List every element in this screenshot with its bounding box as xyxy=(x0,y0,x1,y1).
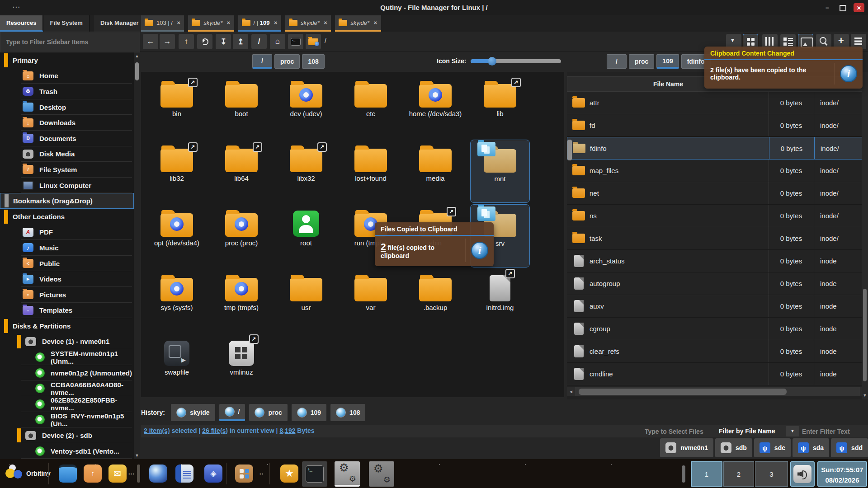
sidebar-section-primary[interactable]: Primary xyxy=(0,52,134,68)
app-grid-app-icon[interactable] xyxy=(235,465,253,483)
type-to-select-input[interactable] xyxy=(645,425,712,437)
sidebar-filter-input[interactable] xyxy=(0,32,140,52)
tab-0[interactable]: 103 | / xyxy=(141,15,184,32)
tab-3[interactable]: skyide* xyxy=(285,15,331,32)
viewer-3d-app-icon[interactable] xyxy=(204,465,222,483)
workspace-3[interactable]: 3 xyxy=(755,461,788,487)
device-button-nvme0n1[interactable]: nvme0n1 xyxy=(660,438,713,457)
sidebar-tab-resources[interactable]: Resources xyxy=(0,15,43,32)
slider-handle[interactable] xyxy=(488,57,496,66)
grid-item-proc-proc-[interactable]: proc (proc) xyxy=(212,204,271,267)
table-row-ns[interactable]: ns0 bytesinode/ xyxy=(567,205,868,227)
grid-item-dev-udev-[interactable]: dev (udev) xyxy=(276,75,336,138)
sidebar-item-file-system[interactable]: File System xyxy=(0,162,134,178)
folder-up-app-icon[interactable] xyxy=(84,465,102,483)
workspace-2[interactable]: 2 xyxy=(723,461,754,487)
left-crumb-108[interactable]: 108 xyxy=(302,54,324,69)
sidebar-item-public[interactable]: Public xyxy=(0,256,134,272)
window-button-terminal[interactable] xyxy=(302,461,327,487)
device-button-sda[interactable]: sda xyxy=(793,438,829,457)
grid-item-var[interactable]: var xyxy=(341,269,401,332)
chevron-down-icon[interactable] xyxy=(786,426,799,436)
right-crumb-[interactable]: / xyxy=(607,54,627,69)
browser-app-icon[interactable] xyxy=(149,465,167,483)
sidebar-item-device-2-sdb[interactable]: Device (2) - sdb xyxy=(0,427,134,443)
grid-item-libx32[interactable]: libx32 xyxy=(276,140,336,203)
grid-item-lib[interactable]: lib xyxy=(470,75,530,138)
up-button[interactable]: ↑ xyxy=(179,34,194,49)
grid-item-vmlinuz[interactable]: vmlinuz xyxy=(212,333,271,397)
grid-item-root[interactable]: root xyxy=(276,204,336,267)
grid-item-sys-sysfs-[interactable]: sys (sysfs) xyxy=(147,269,207,332)
window-button-gears[interactable] xyxy=(369,461,394,487)
vscrollbar-thumb[interactable] xyxy=(863,289,867,381)
grid-item-lib64[interactable]: lib64 xyxy=(212,140,271,203)
close-tab-icon[interactable] xyxy=(226,20,230,25)
icon-size-slider[interactable] xyxy=(471,59,561,63)
sidebar-item-system-nvme0n1p1-unm-[interactable]: SYSTEM-nvme0n1p1 (Unm... xyxy=(0,349,134,365)
device-button-sdc[interactable]: sdc xyxy=(754,438,791,457)
device-button-sdd[interactable]: sdd xyxy=(831,438,868,457)
clock[interactable]: Sun:07:55:07 08/02/2026 xyxy=(817,461,867,487)
minimize-icon[interactable] xyxy=(822,3,833,12)
history-button-[interactable]: / xyxy=(219,404,245,421)
workspace-1[interactable]: 1 xyxy=(691,461,722,487)
address-path[interactable]: / xyxy=(325,37,326,44)
table-row-cgroup[interactable]: cgroup0 bytesinode xyxy=(567,318,868,340)
history-button-108[interactable]: 108 xyxy=(330,404,365,421)
sidebar-tab-disk-manager[interactable]: Disk Manager xyxy=(94,15,146,32)
sidebar-item-bios-rvy-nvme0n1p5-un-[interactable]: BIOS_RVY-nvme0n1p5 (Un... xyxy=(0,412,134,428)
sidebar-item-nvme0n1p2-unmounted-[interactable]: nvme0n1p2 (Unmounted) xyxy=(0,365,134,381)
back-button[interactable]: ← xyxy=(143,34,158,49)
download-button[interactable]: ↧ xyxy=(216,34,231,49)
right-crumb-proc[interactable]: proc xyxy=(629,54,654,69)
grid-item-mnt[interactable]: mnt xyxy=(470,140,530,203)
close-tab-icon[interactable] xyxy=(373,20,377,25)
table-row-arch_status[interactable]: arch_status0 bytesinode xyxy=(567,250,868,272)
folder-new-button[interactable] xyxy=(306,34,321,49)
history-button-skyide[interactable]: skyide xyxy=(171,404,215,421)
table-row-clear_refs[interactable]: clear_refs0 bytesinode xyxy=(567,340,868,363)
right-crumb-109[interactable]: 109 xyxy=(656,54,679,69)
grid-item-swapfile[interactable]: swapfile xyxy=(147,333,207,397)
overflow-dots[interactable]: ... xyxy=(128,469,135,476)
notification-files-copied[interactable]: Files Copied to Clipboard 2 file(s) copi… xyxy=(375,222,494,266)
panel-vscrollbar[interactable]: ▼ xyxy=(862,72,868,399)
sidebar-item-templates[interactable]: Templates xyxy=(0,303,134,319)
left-crumb-[interactable]: / xyxy=(252,54,272,69)
grid-item--backup[interactable]: .backup xyxy=(406,269,465,332)
sidebar-item-disk-media[interactable]: Disk Media xyxy=(0,146,134,162)
grid-item-tmp-tmpfs-[interactable]: tmp (tmpfs) xyxy=(212,269,271,332)
sidebar-item-home[interactable]: Home xyxy=(0,68,134,84)
left-crumb-proc[interactable]: proc xyxy=(274,54,300,69)
table-row-fd[interactable]: fd0 bytesinode/ xyxy=(567,114,868,137)
sidebar-item-device-1-nvme0n1[interactable]: Device (1) - nvme0n1 xyxy=(0,334,134,350)
forward-button[interactable]: → xyxy=(160,34,175,49)
mail-app-icon[interactable] xyxy=(108,465,127,483)
refresh-button[interactable] xyxy=(197,34,212,49)
scroll-left-icon[interactable]: ◄ xyxy=(567,387,575,396)
close-icon[interactable] xyxy=(854,3,864,12)
table-row-map_files[interactable]: map_files0 bytesinode/ xyxy=(567,160,868,182)
maximize-icon[interactable] xyxy=(837,3,848,12)
sidebar-item-ccba0a66ba0a4d80-nvme-[interactable]: CCBA0A66BA0A4D80-nvme... xyxy=(0,380,134,396)
root-slash-button[interactable]: / xyxy=(251,34,267,49)
sidebar-item-videos[interactable]: Videos xyxy=(0,271,134,287)
history-button-109[interactable]: 109 xyxy=(292,404,326,421)
grid-item-usr[interactable]: usr xyxy=(276,269,336,332)
sidebar-tab-file-system[interactable]: File System xyxy=(44,15,90,32)
window-button-gears-active[interactable] xyxy=(335,461,360,487)
orbitiny-logo-icon[interactable] xyxy=(5,465,24,483)
table-row-autogroup[interactable]: autogroup0 bytesinode xyxy=(567,272,868,295)
history-button-proc[interactable]: proc xyxy=(249,404,287,421)
writer-app-icon[interactable] xyxy=(175,465,193,483)
filter-mode-dropdown[interactable]: Filter by File Name xyxy=(714,425,786,437)
table-row-attr[interactable]: attr0 bytesinode/ xyxy=(567,92,868,114)
sidebar-item-music[interactable]: Music xyxy=(0,240,134,256)
sidebar-item-documents[interactable]: Documents xyxy=(0,131,134,146)
scroll-up-icon[interactable]: ▲ xyxy=(134,52,140,60)
overflow-dots[interactable]: .. xyxy=(259,469,264,476)
grid-item-etc[interactable]: etc xyxy=(341,75,401,138)
favorites-app-icon[interactable] xyxy=(280,465,298,483)
sidebar-scrollbar[interactable]: ▲ ▼ xyxy=(134,52,140,459)
